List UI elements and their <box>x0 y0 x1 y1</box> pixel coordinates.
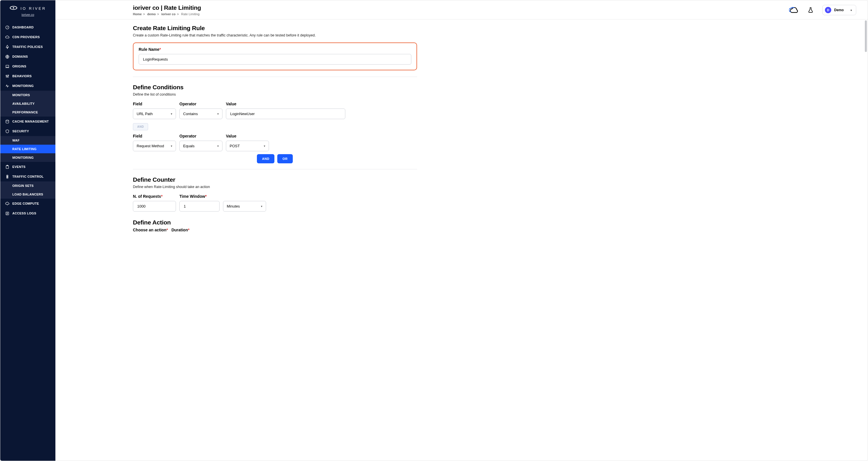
sidebar-item-origins[interactable]: ORIGINS <box>0 61 55 71</box>
sidebar-item-label: MONITORING <box>12 84 34 88</box>
sidebar-item-traffic-control[interactable]: TRAFFIC CONTROL <box>0 172 55 181</box>
operator-label: Operator <box>179 134 222 139</box>
laptop-icon <box>5 64 9 69</box>
stack-icon <box>5 119 9 124</box>
svg-point-6 <box>6 75 7 76</box>
sidebar-item-domains[interactable]: DOMAINS <box>0 52 55 61</box>
condition-row-2: Field Request Method▾ Operator Equals▾ V… <box>133 134 417 151</box>
operator-label: Operator <box>179 102 222 106</box>
cond1-field-select[interactable]: URL Path▾ <box>133 109 176 119</box>
chevron-down-icon: ▾ <box>217 112 219 115</box>
rule-name-input[interactable] <box>138 54 411 65</box>
flask-icon[interactable] <box>806 5 815 15</box>
crumb-home[interactable]: Home <box>133 12 142 16</box>
header: ioriver co | Rate Limiting Home> demo> i… <box>55 0 868 20</box>
sidebar: IO RIVER ioriver.co DASHBOARD CDN PROVID… <box>0 0 55 461</box>
nrequests-label: N. of Requests* <box>133 194 176 198</box>
sidebar-item-monitoring[interactable]: MONITORING <box>0 81 55 91</box>
sidebar-item-edge-compute[interactable]: EDGE COMPUTE <box>0 198 55 208</box>
cloud-status-icon[interactable] <box>789 5 799 15</box>
timewindow-input[interactable] <box>179 201 220 212</box>
cond2-operator-select[interactable]: Equals▾ <box>179 141 222 151</box>
condition-actions: AND OR <box>257 154 417 163</box>
choose-action-label: Choose an action* <box>133 227 168 232</box>
section-create-title: Create Rate Limiting Rule <box>133 25 417 32</box>
sidebar-sub-sec-monitoring[interactable]: MONITORING <box>0 153 55 162</box>
sidebar-item-dashboard[interactable]: DASHBOARD <box>0 22 55 32</box>
section-counter-sub: Define when Rate-Limiting should take an… <box>133 185 417 189</box>
svg-rect-3 <box>7 47 7 48</box>
crumb-ioriver[interactable]: ioriver co <box>161 12 176 16</box>
account-dropdown[interactable]: D Demo ▾ <box>823 5 856 15</box>
sidebar-sub-performance[interactable]: PERFORMANCE <box>0 108 55 117</box>
sidebar-sub-load-balancers[interactable]: LOAD BALANCERS <box>0 190 55 198</box>
chevron-down-icon: ▾ <box>171 144 172 148</box>
nrequests-input[interactable] <box>133 201 176 212</box>
gauge-icon <box>5 25 9 30</box>
section-create-sub: Create a custom Rate-Limiting rule that … <box>133 33 417 37</box>
cond1-value-input[interactable] <box>226 109 345 119</box>
scrollbar-thumb[interactable] <box>865 20 867 52</box>
svg-point-1 <box>13 7 14 8</box>
field-label: Field <box>133 102 176 106</box>
sidebar-item-label: TRAFFIC POLICIES <box>12 45 43 49</box>
sidebar-item-label: CACHE MANAGEMENT <box>12 120 49 123</box>
cond2-value-select[interactable]: POST▾ <box>226 141 269 151</box>
shield-icon <box>5 129 9 133</box>
sidebar-sub-origin-sets[interactable]: ORIGIN SETS <box>0 181 55 190</box>
sidebar-item-label: EVENTS <box>12 165 26 168</box>
sidebar-item-label: DASHBOARD <box>12 26 34 29</box>
svg-point-9 <box>6 120 9 121</box>
add-and-button[interactable]: AND <box>257 154 274 163</box>
and-chip[interactable]: AND <box>133 123 148 130</box>
counter-row: N. of Requests* Time Window* Minutes▾ <box>133 194 417 212</box>
sidebar-item-security[interactable]: SECURITY <box>0 126 55 136</box>
action-row: Choose an action* Duration* <box>133 227 417 232</box>
timeunit-select[interactable]: Minutes▾ <box>223 201 266 212</box>
sidebar-item-label: ACCESS LOGS <box>12 212 36 215</box>
breadcrumb: Home> demo> ioriver co> Rate Limiting <box>133 12 201 16</box>
sidebar-item-cache[interactable]: CACHE MANAGEMENT <box>0 117 55 126</box>
sidebar-sub-rate-limiting[interactable]: RATE LIMITING <box>0 145 55 153</box>
rule-name-highlight: Rule Name* <box>133 42 417 70</box>
sidebar-item-label: BEHAVIORS <box>12 74 32 78</box>
sidebar-sub-availability[interactable]: AVAILABILITY <box>0 99 55 108</box>
sliders-icon <box>5 74 9 79</box>
sidebar-sub-monitors[interactable]: MONITORS <box>0 91 55 99</box>
content: Create Rate Limiting Rule Create a custo… <box>55 20 429 244</box>
cond2-field-select[interactable]: Request Method▾ <box>133 141 176 151</box>
main: ioriver co | Rate Limiting Home> demo> i… <box>55 0 868 461</box>
divider <box>133 169 417 170</box>
brand-link[interactable]: ioriver.co <box>22 13 34 17</box>
add-or-button[interactable]: OR <box>277 154 293 163</box>
sidebar-item-label: EDGE COMPUTE <box>12 202 39 205</box>
sidebar-item-cdn[interactable]: CDN PROVIDERS <box>0 32 55 42</box>
sidebar-sub-waf[interactable]: WAF <box>0 136 55 145</box>
duration-label: Duration* <box>172 227 189 232</box>
chevron-down-icon: ▾ <box>261 205 262 208</box>
section-conditions-sub: Define the list of conditions <box>133 92 417 96</box>
timewindow-label: Time Window* <box>179 194 220 198</box>
sidebar-item-events[interactable]: EVENTS <box>0 162 55 172</box>
traffic-icon <box>5 174 9 179</box>
cond1-operator-select[interactable]: Contains▾ <box>179 109 222 119</box>
account-name: Demo <box>834 8 848 12</box>
logo-icon <box>9 5 18 11</box>
section-counter-title: Define Counter <box>133 176 417 183</box>
sidebar-item-traffic-policies[interactable]: TRAFFIC POLICIES <box>0 42 55 52</box>
svg-point-15 <box>7 177 7 178</box>
sidebar-item-access-logs[interactable]: ACCESS LOGS <box>0 208 55 218</box>
crumb-demo[interactable]: demo <box>147 12 156 16</box>
cloud-icon <box>5 35 9 39</box>
page-title: ioriver co | Rate Limiting <box>133 4 201 11</box>
sidebar-item-label: ORIGINS <box>12 65 26 68</box>
svg-rect-5 <box>6 65 9 67</box>
condition-row-1: Field URL Path▾ Operator Contains▾ Value <box>133 102 417 119</box>
sidebar-item-label: CDN PROVIDERS <box>12 35 40 39</box>
value-label: Value <box>226 102 345 106</box>
sidebar-item-behaviors[interactable]: BEHAVIORS <box>0 71 55 81</box>
section-conditions-title: Define Conditions <box>133 84 417 91</box>
brand-block: IO RIVER ioriver.co <box>0 0 55 19</box>
divider <box>133 76 417 77</box>
heartbeat-icon <box>5 84 9 88</box>
